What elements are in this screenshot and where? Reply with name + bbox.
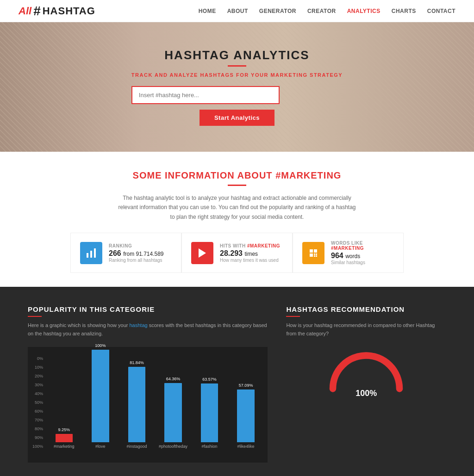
hero-content: HASHTAG ANALYTICS TRACK AND ANALYZE HASH… — [131, 48, 343, 126]
hero-subtitle: TRACK AND ANALYZE HASHTAGS FOR YOUR MARK… — [131, 72, 343, 78]
bar-love: 100% #love — [83, 350, 118, 449]
svg-point-4 — [397, 386, 402, 391]
words-value: 964 words — [331, 252, 394, 260]
hits-icon — [191, 242, 213, 264]
svg-marker-3 — [199, 248, 206, 258]
svg-rect-2 — [94, 248, 96, 258]
gauge-container: 100% — [286, 347, 446, 398]
words-icon — [302, 242, 324, 264]
ranking-sub: Ranking from all hashtags — [109, 258, 164, 263]
words-label: WORDS LIKE #MARKETING — [331, 241, 394, 251]
bar-chart-container: 100% 90% 80% 70% 60% 50% 40% 30% 20% 10%… — [28, 347, 268, 463]
popularity-underline — [28, 316, 42, 317]
popularity-title: POPULARITY IN THIS CATEGORIE — [28, 305, 268, 313]
info-title: SOME INFORMATION ABOUT #MARKETING — [56, 170, 418, 181]
logo-all: All — [19, 5, 31, 17]
nav-home[interactable]: HOME — [199, 8, 216, 14]
bar-photooftheday: 64.36% #photooftheday — [156, 383, 191, 449]
hero-section: HASHTAG ANALYTICS TRACK AND ANALYZE HASH… — [0, 22, 474, 152]
nav-creator[interactable]: CREATOR — [307, 8, 336, 14]
bar-instagood: 81.84% #instagood — [119, 367, 154, 449]
recommendation-underline — [286, 316, 300, 317]
words-sub: Similar hashtags — [331, 260, 394, 265]
gauge-value: 100% — [356, 389, 377, 398]
chart-area: POPULARITY IN THIS CATEGORIE Here is a g… — [28, 305, 268, 463]
hashtag-input[interactable] — [131, 86, 280, 104]
dark-section: POPULARITY IN THIS CATEGORIE Here is a g… — [0, 287, 474, 476]
nav-about[interactable]: ABOUT — [227, 8, 248, 14]
recommendation-title: HASHTAGS RECOMMENDATION — [286, 305, 446, 313]
hero-underline — [228, 65, 246, 67]
nav-generator[interactable]: GENERATOR — [259, 8, 296, 14]
svg-rect-1 — [90, 251, 92, 258]
logo-hash: # — [33, 4, 41, 19]
info-desc: The hashtag analytic tool is to analyze … — [117, 193, 357, 222]
ranking-icon — [80, 242, 102, 264]
words-info: WORDS LIKE #MARKETING 964 words Similar … — [331, 241, 394, 265]
nav-analytics[interactable]: ANALYTICS — [347, 8, 380, 14]
stat-ranking: RANKING 266 from 91.714.589 Ranking from… — [70, 233, 181, 273]
start-analytics-button[interactable]: Start Analytics — [200, 110, 274, 126]
logo-tag: HASHTAG — [43, 5, 95, 17]
navbar: All # HASHTAG HOME ABOUT GENERATOR CREAT… — [0, 0, 474, 22]
hits-value: 28.293 times — [220, 249, 280, 258]
recommendation-desc: How is your hashtag recommended in compa… — [286, 321, 446, 338]
stat-hits: HITS WITH #MARKETING 28.293 times How ma… — [181, 233, 293, 273]
popularity-desc: Here is a graphic which is showing how y… — [28, 321, 268, 338]
logo[interactable]: All # HASHTAG — [19, 4, 95, 19]
ranking-value: 266 from 91.714.589 — [109, 249, 164, 258]
nav-contact[interactable]: CONTACT — [427, 8, 455, 14]
bar-fashion: 63.57% #fashion — [192, 383, 227, 449]
info-underline — [228, 185, 246, 186]
svg-rect-0 — [87, 253, 88, 258]
bar-like4like: 57.09% #like4like — [229, 389, 263, 449]
hero-input-wrap — [131, 86, 280, 104]
hits-info: HITS WITH #MARKETING 28.293 times How ma… — [220, 243, 280, 263]
nav-charts[interactable]: CHARTS — [392, 8, 416, 14]
info-section: SOME INFORMATION ABOUT #MARKETING The ha… — [0, 152, 474, 287]
nav-links: HOME ABOUT GENERATOR CREATOR ANALYTICS C… — [199, 8, 455, 14]
hero-title: HASHTAG ANALYTICS — [131, 48, 343, 62]
hits-sub: How many times it was used — [220, 258, 280, 263]
hits-label: HITS WITH #MARKETING — [220, 243, 280, 248]
y-axis: 100% 90% 80% 70% 60% 50% 40% 30% 20% 10%… — [32, 356, 43, 449]
ranking-info: RANKING 266 from 91.714.589 Ranking from… — [109, 243, 164, 263]
bar-marketing: 9.25% #marketing — [47, 434, 81, 449]
gauge-svg — [324, 347, 408, 393]
ranking-label: RANKING — [109, 243, 164, 248]
recommendation-area: HASHTAGS RECOMMENDATION How is your hash… — [286, 305, 446, 463]
stats-row: RANKING 266 from 91.714.589 Ranking from… — [56, 233, 418, 273]
stat-words: WORDS LIKE #MARKETING 964 words Similar … — [293, 233, 404, 273]
